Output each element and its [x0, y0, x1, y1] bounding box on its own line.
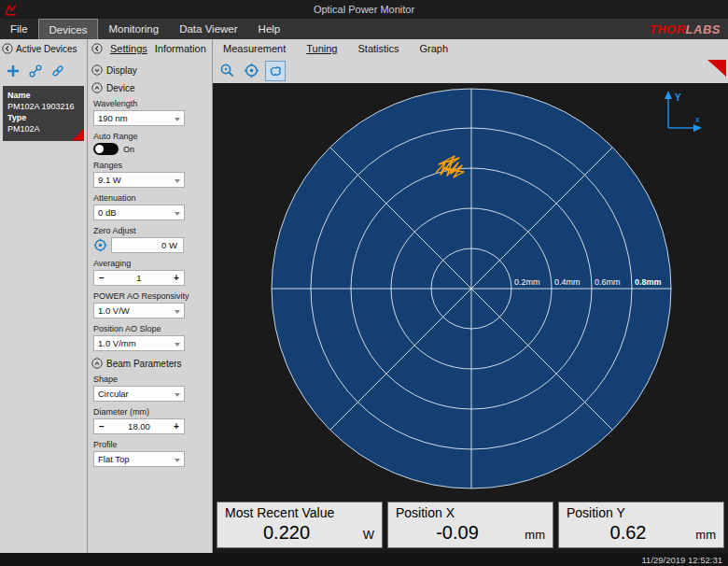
diameter-label: Diameter (mm): [93, 407, 212, 417]
dropdown-arrow-icon: [175, 459, 180, 462]
auto-range-label: Auto Range: [93, 132, 212, 141]
ranges-label: Ranges: [93, 161, 212, 170]
shape-dropdown[interactable]: Circular: [93, 386, 185, 402]
profile-dropdown[interactable]: Flat Top: [93, 451, 185, 467]
tab-tuning[interactable]: Tuning: [296, 43, 347, 54]
readout-unit: W: [348, 528, 374, 544]
section-display-label: Display: [106, 65, 137, 76]
auto-range-state: On: [123, 145, 134, 154]
readout-most-recent-value: Most Recent Value 0.220 W: [217, 502, 383, 548]
titlebar: Optical Power Monitor: [0, 0, 728, 19]
zero-adjust-row: 0 W: [93, 237, 212, 253]
dropdown-arrow-icon: [175, 212, 180, 216]
daisy-chain-icon: [29, 64, 42, 78]
section-beam-label: Beam Parameters: [106, 359, 182, 369]
attenuation-dropdown[interactable]: 0 dB: [93, 205, 185, 220]
toggle-knob: [95, 145, 104, 153]
center-target-button[interactable]: [241, 61, 261, 81]
zoom-button[interactable]: [217, 61, 237, 81]
readout-position-x: Position X -0.09 mm: [387, 502, 553, 548]
averaging-decrement-button[interactable]: −: [94, 273, 109, 283]
main-area: Measurement Tuning Statistics Graph: [213, 39, 728, 553]
position-ao-value: 1.0 V/mm: [98, 338, 136, 348]
section-device[interactable]: Device: [91, 82, 212, 93]
tab-information[interactable]: Information: [155, 43, 206, 54]
attenuation-value: 0 dB: [98, 207, 117, 218]
dropdown-arrow-icon: [175, 393, 180, 397]
lasso-tool-button[interactable]: [265, 61, 286, 81]
menu-file[interactable]: File: [0, 19, 38, 39]
auto-range-row: On: [93, 143, 212, 155]
tab-settings[interactable]: Settings: [110, 43, 147, 54]
settings-panel: Settings Information Display Device Wave…: [88, 39, 213, 553]
section-display[interactable]: Display: [91, 64, 212, 76]
diameter-decrement-button[interactable]: −: [94, 421, 109, 432]
menu-monitoring[interactable]: Monitoring: [98, 19, 169, 39]
wavelength-dropdown[interactable]: 190 nm: [93, 110, 185, 126]
auto-range-toggle[interactable]: [93, 143, 119, 155]
power-ao-dropdown[interactable]: 1.0 V/W: [93, 303, 185, 318]
beam-plot-area: 0.2mm 0.4mm 0.6mm 0.8mm Y x: [213, 83, 728, 499]
device-type-value: PM102A: [7, 123, 79, 134]
readout-unit: mm: [519, 528, 545, 544]
window-title: Optical Power Monitor: [0, 4, 728, 15]
plot-toolbar: [213, 58, 728, 83]
device-type-label: Type: [7, 112, 79, 123]
zero-adjust-icon[interactable]: [93, 238, 107, 252]
power-ao-label: POWER AO Responsivity: [93, 291, 212, 301]
chevron-up-icon: [91, 358, 103, 369]
main-tabs: Measurement Tuning Statistics Graph: [213, 39, 728, 58]
active-devices-panel: Active Devices: [0, 39, 88, 553]
wavelength-label: Wavelength: [93, 99, 212, 108]
target-icon: [244, 63, 259, 78]
shape-value: Circular: [98, 389, 129, 399]
link-device-icon: [51, 64, 64, 78]
dropdown-arrow-icon: [175, 343, 180, 347]
readout-value: -0.09: [396, 522, 519, 544]
section-device-label: Device: [106, 83, 135, 93]
zero-adjust-field[interactable]: 0 W: [111, 237, 184, 253]
dropdown-arrow-icon: [175, 118, 180, 121]
daisy-chain-button[interactable]: [28, 64, 43, 78]
add-device-icon: [7, 64, 20, 78]
profile-value: Flat Top: [98, 454, 130, 464]
diameter-increment-button[interactable]: +: [169, 421, 184, 432]
section-beam-parameters[interactable]: Beam Parameters: [91, 358, 212, 369]
readout-value: 0.220: [225, 522, 348, 544]
ranges-dropdown[interactable]: 9.1 W: [93, 172, 185, 188]
ring-label-0-6: 0.6mm: [595, 277, 621, 287]
device-card[interactable]: Name PM102A 1903216 Type PM102A: [3, 86, 84, 141]
axis-x-label: x: [695, 115, 700, 124]
link-device-button[interactable]: [50, 64, 65, 78]
position-ao-dropdown[interactable]: 1.0 V/mm: [93, 335, 185, 351]
power-ao-value: 1.0 V/W: [98, 305, 130, 316]
readout-label: Most Recent Value: [225, 505, 374, 520]
chevron-down-icon: [91, 64, 103, 76]
tab-graph[interactable]: Graph: [410, 43, 459, 54]
diameter-stepper: − 18.00 +: [93, 418, 185, 434]
add-device-button[interactable]: [6, 64, 21, 78]
status-datetime: 11/29/2019 12:52:31: [642, 555, 722, 565]
device-name-label: Name: [7, 90, 79, 101]
averaging-increment-button[interactable]: +: [169, 273, 184, 283]
tab-statistics[interactable]: Statistics: [348, 43, 410, 54]
collapse-settings-icon[interactable]: [91, 43, 103, 54]
device-name-value: PM102A 1903216: [7, 101, 79, 112]
collapse-panel-icon[interactable]: [2, 43, 13, 54]
content-area: Active Devices: [0, 39, 728, 553]
readout-position-y: Position Y 0.62 mm: [558, 502, 724, 548]
menu-help[interactable]: Help: [248, 19, 291, 39]
active-devices-title: Active Devices: [16, 44, 77, 54]
menu-devices[interactable]: Devices: [38, 19, 99, 39]
alert-corner-flag: [707, 60, 726, 77]
readout-unit: mm: [690, 528, 716, 544]
averaging-value: 1: [109, 273, 169, 283]
wavelength-value: 190 nm: [98, 113, 128, 123]
menu-data-viewer[interactable]: Data Viewer: [169, 19, 247, 39]
menubar: File Devices Monitoring Data Viewer Help…: [0, 19, 728, 39]
beam-position-canvas[interactable]: 0.2mm 0.4mm 0.6mm 0.8mm Y x: [213, 83, 728, 499]
statusbar: 11/29/2019 12:52:31: [0, 553, 728, 566]
chevron-up-icon: [91, 82, 103, 93]
tab-measurement[interactable]: Measurement: [213, 43, 296, 54]
ranges-value: 9.1 W: [98, 175, 121, 185]
